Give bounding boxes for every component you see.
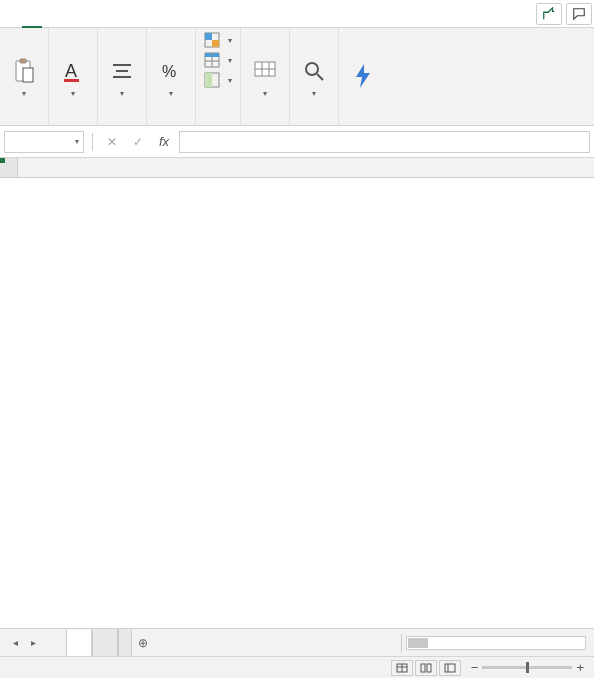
svg-rect-27 — [421, 664, 425, 672]
svg-text:%: % — [162, 63, 176, 80]
spreadsheet-grid — [0, 158, 594, 628]
format-as-table-button[interactable]: ▾ — [204, 52, 232, 68]
group-clipboard: ▾ — [0, 28, 49, 125]
group-editing: ▾ — [290, 28, 339, 125]
chevron-down-icon: ▾ — [169, 89, 173, 98]
svg-rect-28 — [427, 664, 431, 672]
clipboard-button[interactable]: ▾ — [6, 55, 42, 100]
fx-icon[interactable]: fx — [153, 131, 175, 153]
tab-view[interactable] — [162, 0, 182, 28]
cells-button[interactable]: ▾ — [247, 55, 283, 100]
zoom-controls: − + — [471, 660, 588, 675]
lightning-icon — [349, 62, 377, 90]
font-icon: A — [59, 57, 87, 85]
svg-rect-4 — [64, 79, 79, 82]
chevron-down-icon: ▾ — [75, 137, 79, 146]
tab-insert[interactable] — [42, 0, 62, 28]
svg-rect-2 — [23, 68, 33, 82]
sheet-tab-2[interactable] — [92, 629, 118, 656]
sheet-nav-next-icon[interactable]: ▸ — [26, 636, 40, 650]
sheet-tab-overflow[interactable] — [118, 629, 132, 656]
sheet-tab-active[interactable] — [66, 630, 92, 657]
cancel-icon[interactable]: ✕ — [101, 131, 123, 153]
add-sheet-icon[interactable]: ⊕ — [132, 636, 154, 650]
sheet-nav-first-icon[interactable]: ◂ — [8, 636, 22, 650]
share-icon[interactable] — [536, 3, 562, 25]
tab-data[interactable] — [122, 0, 142, 28]
conditional-formatting-icon — [204, 32, 220, 48]
chevron-down-icon: ▾ — [120, 89, 124, 98]
view-page-break-icon[interactable] — [439, 660, 461, 676]
tab-draw[interactable] — [62, 0, 82, 28]
conditional-formatting-button[interactable]: ▾ — [204, 32, 232, 48]
view-normal-icon[interactable] — [391, 660, 413, 676]
chevron-down-icon: ▾ — [71, 89, 75, 98]
font-button[interactable]: A ▾ — [55, 55, 91, 100]
alignment-icon — [108, 57, 136, 85]
svg-rect-17 — [205, 73, 212, 87]
tab-review[interactable] — [142, 0, 162, 28]
zoom-slider[interactable] — [482, 666, 572, 669]
chevron-down-icon: ▾ — [228, 36, 232, 45]
view-page-layout-icon[interactable] — [415, 660, 437, 676]
chevron-down-icon: ▾ — [312, 89, 316, 98]
svg-line-23 — [317, 74, 323, 80]
svg-rect-10 — [205, 33, 212, 40]
chevron-down-icon: ▾ — [228, 56, 232, 65]
group-styles: ▾ ▾ ▾ — [196, 28, 241, 125]
formula-bar: ▾ ✕ ✓ fx — [0, 126, 594, 158]
number-button[interactable]: % ▾ — [153, 55, 189, 100]
group-ideas — [339, 28, 387, 125]
chevron-down-icon: ▾ — [263, 89, 267, 98]
tab-help[interactable] — [182, 0, 202, 28]
ribbon-tabs — [0, 0, 594, 28]
editing-button[interactable]: ▾ — [296, 55, 332, 100]
svg-point-22 — [306, 63, 318, 75]
tab-file[interactable] — [2, 0, 22, 28]
cell-styles-icon — [204, 72, 220, 88]
svg-text:A: A — [65, 61, 77, 81]
comments-icon[interactable] — [566, 3, 592, 25]
horizontal-scrollbar[interactable] — [406, 636, 586, 650]
ribbon: ▾ A ▾ ▾ — [0, 28, 594, 126]
chevron-down-icon: ▾ — [228, 76, 232, 85]
column-headers — [0, 158, 594, 178]
table-icon — [204, 52, 220, 68]
zoom-in-button[interactable]: + — [576, 660, 584, 675]
tab-home[interactable] — [22, 0, 42, 28]
select-all-corner[interactable] — [0, 158, 18, 177]
paste-icon — [10, 57, 38, 85]
alignment-button[interactable]: ▾ — [104, 55, 140, 100]
svg-rect-29 — [445, 664, 455, 672]
grid-rows — [0, 178, 594, 628]
percent-icon: % — [157, 57, 185, 85]
group-font: A ▾ — [49, 28, 98, 125]
chevron-down-icon: ▾ — [22, 89, 26, 98]
enter-icon[interactable]: ✓ — [127, 131, 149, 153]
name-box[interactable]: ▾ — [4, 131, 84, 153]
tab-page-layout[interactable] — [82, 0, 102, 28]
ideas-button[interactable] — [345, 60, 381, 94]
svg-rect-1 — [20, 59, 26, 63]
tab-formulas[interactable] — [102, 0, 122, 28]
status-bar: − + — [0, 656, 594, 678]
cells-icon — [251, 57, 279, 85]
cell-styles-button[interactable]: ▾ — [204, 72, 232, 88]
zoom-out-button[interactable]: − — [471, 660, 479, 675]
group-cells: ▾ — [241, 28, 290, 125]
formula-input[interactable] — [179, 131, 590, 153]
search-icon — [300, 57, 328, 85]
svg-rect-11 — [212, 40, 219, 47]
group-alignment: ▾ — [98, 28, 147, 125]
sheet-nav-more[interactable] — [44, 636, 58, 650]
group-number: % ▾ — [147, 28, 196, 125]
sheet-tab-bar: ◂ ▸ ⊕ — [0, 628, 594, 656]
